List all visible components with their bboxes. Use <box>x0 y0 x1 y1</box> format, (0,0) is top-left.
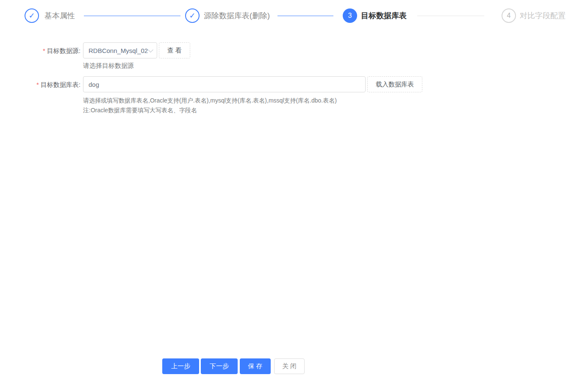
step-4-circle: 4 <box>502 8 516 23</box>
table-hint-line1: 请选择或填写数据库表名,Oracle支持(用户.表名),mysql支持(库名.表… <box>83 97 337 105</box>
step-connector-2 <box>277 16 333 16</box>
step-connector-3 <box>417 16 484 16</box>
close-button[interactable]: 关 闭 <box>274 358 305 374</box>
step-4-label: 对比字段配置 <box>520 11 566 20</box>
prev-step-button[interactable]: 上一步 <box>162 358 199 374</box>
chevron-down-icon <box>148 47 153 53</box>
datasource-hint: 请选择目标数据源 <box>83 62 134 70</box>
check-icon: ✓ <box>189 12 195 19</box>
step-2-label: 源除数据库表(删除) <box>204 11 270 20</box>
step-3-label: 目标数据库表 <box>361 11 407 20</box>
required-mark: * <box>36 81 39 88</box>
datasource-select-value: RDBConn_Mysql_02 <box>89 47 148 54</box>
required-mark: * <box>43 47 45 54</box>
save-button[interactable]: 保 存 <box>240 358 271 374</box>
step-3-number: 3 <box>348 12 352 19</box>
step-1-label: 基本属性 <box>44 11 75 20</box>
table-name-input[interactable] <box>83 76 366 92</box>
datasource-select[interactable]: RDBConn_Mysql_02 <box>83 42 157 58</box>
check-icon: ✓ <box>28 12 35 19</box>
table-hint-line2: 注:Oracle数据库需要填写大写表名、字段名 <box>83 107 197 114</box>
table-label: *目标数据库表: <box>0 80 80 89</box>
step-connector-1 <box>84 16 180 16</box>
step-1-circle: ✓ <box>25 8 39 23</box>
datasource-label: *目标数据源: <box>0 47 80 55</box>
view-datasource-button[interactable]: 查 看 <box>159 42 190 58</box>
load-tables-button[interactable]: 载入数据库表 <box>367 76 422 92</box>
next-step-button[interactable]: 下一步 <box>201 358 238 374</box>
step-3-circle: 3 <box>343 8 357 23</box>
step-4-number: 4 <box>507 12 511 19</box>
step-2-circle: ✓ <box>185 8 200 23</box>
